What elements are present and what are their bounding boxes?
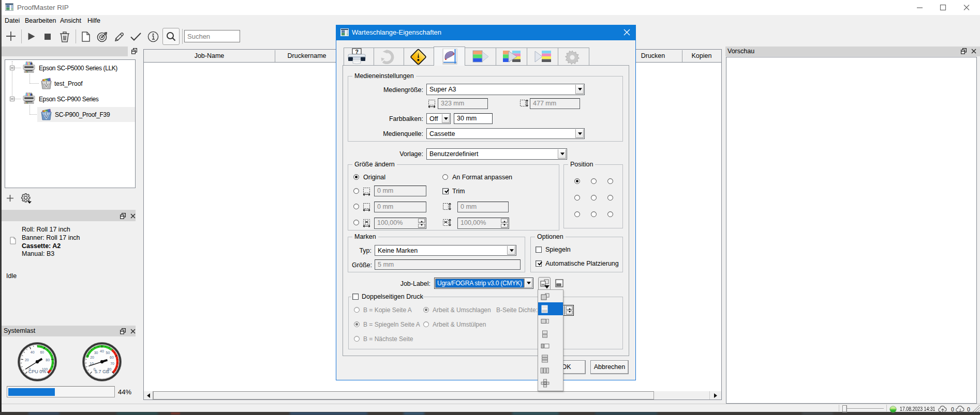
svg-text:30: 30 [94,351,98,355]
svg-text:CPU 0%: CPU 0% [28,369,47,374]
svg-text:60: 60 [110,356,114,359]
svg-text:40: 40 [100,349,104,353]
svg-text:5.7 GB: 5.7 GB [95,369,109,374]
svg-text:?: ? [355,49,359,55]
svg-text:70: 70 [110,362,114,365]
svg-text:50: 50 [106,351,110,355]
svg-text:80: 80 [46,358,50,362]
svg-text:60: 60 [40,350,44,354]
svg-text:20: 20 [25,358,29,362]
svg-text:40: 40 [31,350,35,354]
svg-text:20: 20 [90,356,94,359]
